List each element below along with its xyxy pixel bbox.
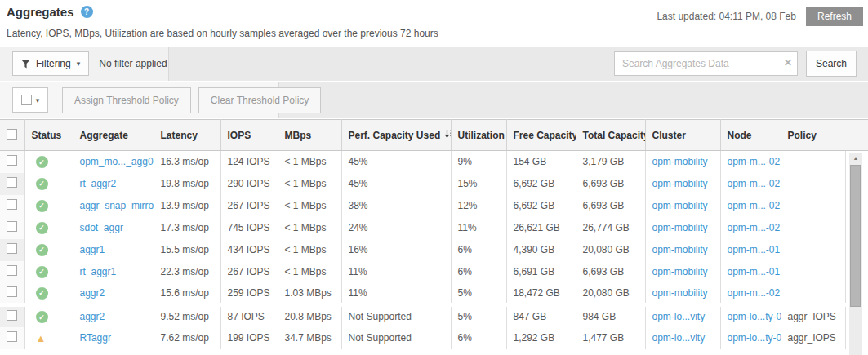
cluster-cell: opm-mobility [645,261,720,283]
aggregate-link[interactable]: aggr2 [80,311,105,322]
cluster-link[interactable]: opm-mobility [652,287,708,299]
search-input[interactable] [614,51,798,76]
cluster-link[interactable]: opm-mobility [652,200,708,211]
cluster-cell: opm-mobility [645,151,720,173]
search-button[interactable]: Search [806,51,857,77]
total-capacity-cell: 26,774 GB [576,217,645,239]
free-capacity-cell: 847 GB [506,305,576,327]
iops-cell: 745 IOPS [220,217,278,239]
column-header-policy[interactable]: Policy [781,120,845,151]
vertical-scrollbar[interactable]: ▲ [849,153,862,355]
utilization-cell: 6% [451,239,506,261]
node-link[interactable]: opm-m...-02 [728,287,781,299]
total-capacity-cell: 6,693 GB [576,261,645,283]
cluster-cell: opm-mobility [645,173,720,195]
column-header-aggregate[interactable]: Aggregate [73,120,154,151]
column-header-iops[interactable]: IOPS [220,120,278,151]
status-ok-icon: ✓ [36,156,48,168]
aggregates-page: Aggregates ? Last updated: 04:11 PM, 08 … [0,0,868,355]
aggregate-link[interactable]: opm_mo..._agg0 [80,156,154,167]
policy-cell [781,239,845,261]
perf-capacity-used-cell: 45% [341,151,451,173]
table-row: ✓ aggr_snap_mirror 13.9 ms/op 267 IOPS <… [0,195,845,217]
aggregate-link[interactable]: sdot_aggr [80,222,123,233]
aggregate-link[interactable]: rt_aggr2 [80,178,117,189]
scrollbar-thumb[interactable] [850,165,861,307]
column-header-latency[interactable]: Latency [154,120,220,151]
node-link[interactable]: opm-m...-02 [728,200,781,211]
row-checkbox[interactable] [7,243,17,254]
node-link[interactable]: opm-m...-01 [728,266,781,277]
policy-cell [781,283,845,305]
refresh-button[interactable]: Refresh [806,7,863,26]
node-link[interactable]: opm-m...-01 [728,244,781,255]
page-title: Aggregates [7,5,74,19]
header-select-checkbox[interactable] [7,129,17,140]
node-cell: opm-m...-02 [720,151,781,173]
row-checkbox[interactable] [7,155,17,166]
row-checkbox[interactable] [7,199,17,210]
mbps-cell: 34.7 MBps [278,327,341,349]
row-checkbox[interactable] [7,221,17,232]
aggregate-link[interactable]: aggr2 [80,287,105,299]
scroll-up-icon[interactable]: ▲ [849,153,862,163]
node-link[interactable]: opm-lo...ty-01 [728,332,781,344]
cluster-link[interactable]: opm-lo...vity [652,311,706,322]
select-all-checkbox[interactable] [21,95,32,105]
perf-capacity-used-cell: 16% [341,239,451,261]
status-cell: ✓ [24,261,73,283]
node-link[interactable]: opm-m...-02 [728,156,781,167]
row-checkbox[interactable] [7,265,17,276]
column-header-total-capacity[interactable]: Total Capacity [576,120,645,151]
node-link[interactable]: opm-m...-02 [728,222,781,233]
clear-search-icon[interactable]: ✕ [784,57,792,69]
aggregate-link[interactable]: aggr1 [80,244,105,255]
aggregate-cell: aggr2 [73,305,154,327]
utilization-cell: 9% [451,151,506,173]
utilization-cell: 15% [451,173,506,195]
row-checkbox-cell [0,327,24,349]
policy-cell [781,173,845,195]
latency-cell: 17.3 ms/op [154,217,220,239]
total-capacity-cell: 6,693 GB [576,173,645,195]
column-header-free-capacity[interactable]: Free Capacity [506,120,576,151]
column-header-utilization[interactable]: Utilization [451,120,506,151]
cluster-link[interactable]: opm-lo...vity [652,332,706,344]
perf-capacity-used-cell: 38% [341,195,451,217]
node-cell: opm-m...-02 [720,283,781,305]
column-header-node[interactable]: Node [720,120,781,151]
aggregate-link[interactable]: aggr_snap_mirror [80,200,154,211]
filtering-button[interactable]: Filtering ▾ [12,51,89,76]
total-capacity-cell: 20,080 GB [576,283,645,305]
aggregate-link[interactable]: RTaggr [80,332,111,344]
row-checkbox[interactable] [7,310,17,321]
node-link[interactable]: opm-lo...ty-01 [728,311,781,322]
aggregate-cell: opm_mo..._agg0 [73,151,154,173]
column-header-perf-capacity-used[interactable]: Perf. Capacity Used [341,120,451,151]
aggregate-link[interactable]: rt_aggr1 [80,266,117,277]
select-all-dropdown[interactable]: ▾ [12,87,48,113]
table-row: ▲ RTaggr 7.62 ms/op 199 IOPS 34.7 MBps N… [0,327,845,349]
cluster-link[interactable]: opm-mobility [652,244,708,255]
column-header-status[interactable]: Status [24,120,73,151]
iops-cell: 434 IOPS [220,239,278,261]
column-header-mbps[interactable]: MBps [278,120,341,151]
node-cell: opm-lo...ty-01 [720,327,781,349]
column-header-cluster[interactable]: Cluster [645,120,720,151]
clear-threshold-policy-button[interactable]: Clear Threshold Policy [198,87,322,113]
node-cell: opm-m...-02 [720,173,781,195]
cluster-link[interactable]: opm-mobility [652,266,708,277]
cluster-link[interactable]: opm-mobility [652,156,708,167]
node-link[interactable]: opm-m...-02 [728,178,781,189]
utilization-cell: 12% [451,195,506,217]
sort-descending-icon [444,129,451,141]
row-checkbox[interactable] [7,331,17,342]
row-checkbox[interactable] [7,177,17,188]
cluster-link[interactable]: opm-mobility [652,178,708,189]
status-cell: ✓ [24,283,73,305]
row-checkbox[interactable] [7,286,17,297]
cluster-link[interactable]: opm-mobility [652,222,708,233]
assign-threshold-policy-button[interactable]: Assign Threshold Policy [62,87,191,113]
filter-bar: Filtering ▾ No filter applied ✕ Search [0,47,868,81]
help-icon[interactable]: ? [81,6,93,18]
